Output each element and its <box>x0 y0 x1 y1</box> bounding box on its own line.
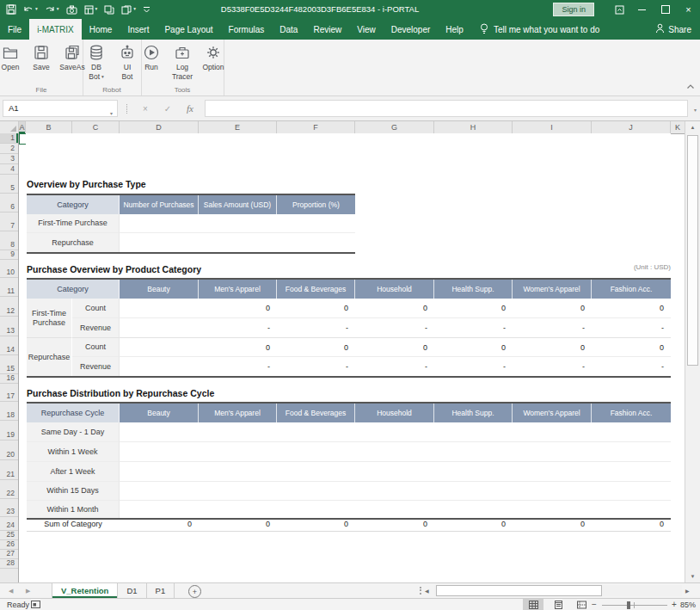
cell[interactable] <box>434 442 513 462</box>
cell[interactable]: 0 <box>199 299 277 318</box>
table3-title[interactable]: Purchase Distribution by Repurchase Cycl… <box>27 384 214 403</box>
table3-header-col[interactable]: Household <box>355 404 434 422</box>
column-header-g[interactable]: G <box>355 121 434 133</box>
zoom-slider-thumb[interactable] <box>627 601 630 609</box>
ribbon-tab-file[interactable]: File <box>0 19 29 40</box>
row-header-9[interactable]: 9 <box>0 250 18 260</box>
cell[interactable] <box>199 462 277 482</box>
cell[interactable]: - <box>592 318 671 338</box>
row-header-23[interactable]: 23 <box>0 499 18 517</box>
row-header-10[interactable]: 10 <box>0 260 18 278</box>
ribbon-tab-view[interactable]: View <box>349 19 384 40</box>
row-header-28[interactable]: 28 <box>0 559 18 569</box>
layout-icon[interactable]: ▾ <box>84 5 98 15</box>
cell[interactable]: - <box>199 357 277 376</box>
cell[interactable] <box>277 482 355 501</box>
ribbon-tab-imatrix[interactable]: i-MATRIX <box>29 19 82 40</box>
hscroll-left-icon[interactable]: ◀ <box>425 583 429 598</box>
layout-dropdown-icon[interactable]: ▾ <box>95 7 98 12</box>
cell[interactable]: - <box>277 357 355 376</box>
name-box[interactable]: A1 ▾ <box>3 100 118 117</box>
cell[interactable] <box>120 442 199 462</box>
cell[interactable] <box>513 422 592 442</box>
page-layout-view-button[interactable] <box>548 599 568 610</box>
zoom-level-label[interactable]: 85% <box>680 600 696 610</box>
table3-row-label[interactable]: Same Day - 1 Day <box>27 422 120 442</box>
cell[interactable]: 0 <box>355 299 434 318</box>
ribbon-tab-insert[interactable]: Insert <box>120 19 157 40</box>
row-header-11[interactable]: 11 <box>0 278 18 297</box>
table3-row-label[interactable]: Within 1 Month <box>27 501 120 518</box>
zoom-out-button[interactable]: − <box>592 600 597 609</box>
cell[interactable] <box>277 233 355 252</box>
column-header-f[interactable]: F <box>277 121 355 133</box>
row-header-2[interactable]: 2 <box>0 144 18 154</box>
cell[interactable]: - <box>513 357 592 376</box>
cell[interactable]: 0 <box>592 517 671 531</box>
cell[interactable]: - <box>277 318 355 338</box>
hscroll-right-icon[interactable]: ▶ <box>685 583 690 598</box>
cell[interactable] <box>355 442 434 462</box>
cell[interactable] <box>355 462 434 482</box>
close-button[interactable]: × <box>677 0 700 19</box>
redo-dropdown-icon[interactable]: ▾ <box>57 7 59 12</box>
table2-header-category[interactable]: Category <box>27 280 120 299</box>
row-header-16[interactable]: 16 <box>0 374 18 384</box>
ribbon-tab-data[interactable]: Data <box>272 19 305 40</box>
cell[interactable] <box>199 501 277 518</box>
cell[interactable] <box>434 482 513 501</box>
cell[interactable] <box>277 442 355 462</box>
row-header-18[interactable]: 18 <box>0 402 18 421</box>
cell[interactable] <box>199 442 277 462</box>
save-button[interactable]: Save <box>28 42 55 72</box>
table1-row-label[interactable]: First-Time Purchase <box>27 214 120 233</box>
cell[interactable]: 0 <box>199 338 277 357</box>
cell[interactable] <box>199 233 277 252</box>
table1-title[interactable]: Overview by Purchase Type <box>27 175 146 194</box>
row-header-13[interactable]: 13 <box>0 317 18 336</box>
cell[interactable] <box>592 462 671 482</box>
vertical-scrollbar-thumb[interactable] <box>687 135 698 366</box>
table2-header-col[interactable]: Household <box>355 280 434 299</box>
table2-header-col[interactable]: Women's Apparel <box>513 280 592 299</box>
row-header-1[interactable]: 1 <box>0 133 18 144</box>
tab-scroll-splitter[interactable] <box>420 587 421 595</box>
cell[interactable] <box>434 462 513 482</box>
table1-header-purchases[interactable]: Number of Purchases <box>120 195 199 214</box>
formula-input[interactable] <box>205 100 688 117</box>
column-header-k[interactable]: K <box>671 121 685 133</box>
row-header-5[interactable]: 5 <box>0 175 18 194</box>
row-header-20[interactable]: 20 <box>0 441 18 460</box>
cell[interactable]: 0 <box>120 517 199 531</box>
cell[interactable] <box>277 462 355 482</box>
select-all-corner[interactable] <box>0 121 19 133</box>
table3-header-col[interactable]: Women's Apparel <box>513 404 592 422</box>
table2-header-col[interactable]: Food & Beverages <box>277 280 355 299</box>
camera-icon[interactable] <box>66 5 77 15</box>
cell[interactable] <box>120 501 199 518</box>
cell[interactable]: 0 <box>513 338 592 357</box>
cell[interactable]: 0 <box>592 338 671 357</box>
cell[interactable] <box>355 422 434 442</box>
enter-button[interactable]: ✓ <box>158 100 177 117</box>
undo-icon[interactable]: ▾ <box>23 5 38 15</box>
table2-header-col[interactable]: Fashion Acc. <box>592 280 671 299</box>
cell[interactable] <box>120 357 199 376</box>
ribbon-tab-home[interactable]: Home <box>82 19 120 40</box>
cell[interactable]: 0 <box>355 338 434 357</box>
cell[interactable]: - <box>355 357 434 376</box>
cell[interactable] <box>120 214 199 233</box>
cell[interactable] <box>120 462 199 482</box>
row-header-15[interactable]: 15 <box>0 355 18 374</box>
column-header-a[interactable]: A <box>19 121 26 133</box>
cell[interactable]: - <box>355 318 434 338</box>
row-header-3[interactable]: 3 <box>0 154 18 164</box>
cell[interactable]: 0 <box>434 517 513 531</box>
name-box-dropdown-icon[interactable]: ▾ <box>110 106 113 121</box>
cell[interactable]: 0 <box>199 517 277 531</box>
scroll-down-icon[interactable]: ▼ <box>685 570 700 582</box>
row-header-14[interactable]: 14 <box>0 336 18 355</box>
ribbon-tab-review[interactable]: Review <box>305 19 349 40</box>
cell[interactable] <box>434 501 513 518</box>
row-header-24[interactable]: 24 <box>0 517 18 531</box>
